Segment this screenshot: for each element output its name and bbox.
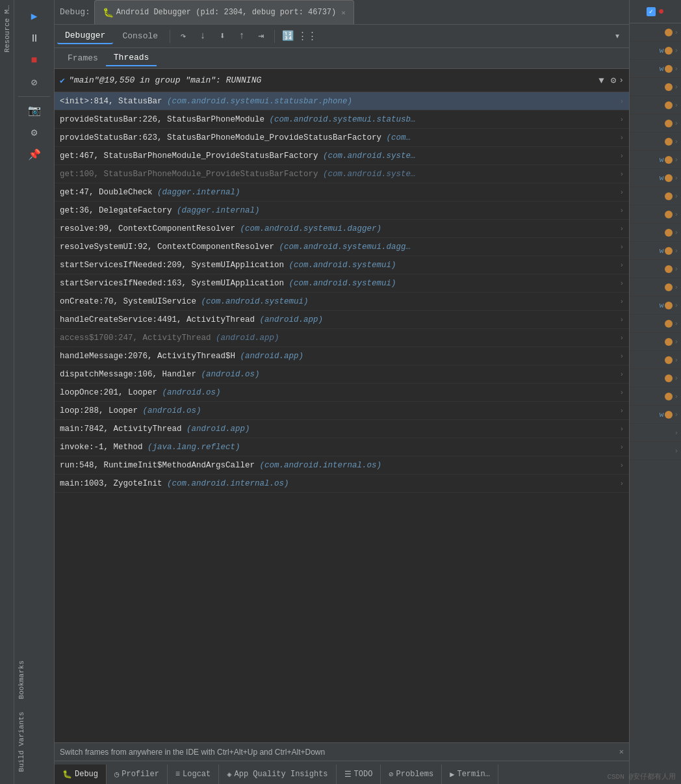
step-into-button[interactable]: ↓ xyxy=(194,27,212,46)
frames-tab[interactable]: Frames xyxy=(60,51,106,66)
item-arrow[interactable]: › xyxy=(674,374,678,382)
run-to-cursor-button[interactable]: ⇥ xyxy=(252,27,270,46)
frame-expand-icon[interactable]: › xyxy=(619,98,624,105)
frame-expand-icon[interactable]: › xyxy=(619,152,624,160)
frame-expand-icon[interactable]: › xyxy=(619,170,624,178)
frame-expand-icon[interactable]: › xyxy=(619,298,624,306)
frame-item[interactable]: handleMessage:2076, ActivityThread$H (an… xyxy=(55,347,629,365)
dropdown-button[interactable]: ▾ xyxy=(608,27,626,46)
frame-expand-icon[interactable]: › xyxy=(619,243,624,251)
status-close-button[interactable]: ✕ xyxy=(619,747,624,757)
close-tab-button[interactable]: ✕ xyxy=(341,8,346,17)
frame-expand-icon[interactable]: › xyxy=(619,189,624,196)
mute-button[interactable]: ⊘ xyxy=(25,73,44,92)
frame-expand-icon[interactable]: › xyxy=(619,116,624,124)
frame-expand-icon[interactable]: › xyxy=(619,425,624,433)
filter-icon[interactable]: ▼ xyxy=(598,75,604,86)
item-arrow[interactable]: › xyxy=(674,338,678,346)
pause-button[interactable]: ⏸ xyxy=(25,29,44,48)
item-arrow[interactable]: › xyxy=(674,83,678,91)
frame-expand-icon[interactable]: › xyxy=(619,261,624,269)
frame-item[interactable]: get:467, StatusBarPhoneModule_ProvideSta… xyxy=(55,147,629,165)
frame-expand-icon[interactable]: › xyxy=(619,443,624,451)
frame-expand-icon[interactable]: › xyxy=(619,334,624,342)
item-arrow[interactable]: › xyxy=(674,192,678,200)
bottom-tab-terminal[interactable]: ▶Termin… xyxy=(442,764,498,784)
frame-expand-icon[interactable]: › xyxy=(619,352,624,360)
more-options-button[interactable]: ⋮⋮ xyxy=(298,27,316,46)
frame-item[interactable]: loop:288, Looper (android.os)› xyxy=(55,402,629,420)
bottom-tab-problems[interactable]: ⊘Problems xyxy=(381,764,442,784)
settings-button[interactable]: ⚙ xyxy=(25,123,44,142)
item-arrow[interactable]: › xyxy=(674,393,678,400)
frame-item[interactable]: main:1003, ZygoteInit (com.android.inter… xyxy=(55,475,629,493)
thread-expand-button[interactable]: › xyxy=(619,75,624,85)
frame-item[interactable]: loopOnce:201, Looper (android.os)› xyxy=(55,384,629,402)
item-arrow[interactable]: › xyxy=(674,247,678,255)
item-arrow[interactable]: › xyxy=(674,211,678,218)
item-arrow[interactable]: › xyxy=(674,229,678,237)
threads-tab[interactable]: Threads xyxy=(106,50,157,66)
item-arrow[interactable]: › xyxy=(674,156,678,164)
item-arrow[interactable]: › xyxy=(674,411,678,419)
build-variants-sidebar-label[interactable]: Build Variants xyxy=(14,712,29,771)
resource-monitor-label[interactable]: Resource M… xyxy=(2,0,12,58)
frame-item[interactable]: get:100, StatusBarPhoneModule_ProvideSta… xyxy=(55,165,629,183)
frame-item[interactable]: provideStatusBar:226, StatusBarPhoneModu… xyxy=(55,111,629,129)
frame-item[interactable]: <init>:814, StatusBar (com.android.syste… xyxy=(55,92,629,111)
item-arrow[interactable]: › xyxy=(674,29,678,36)
debugger-tab-button[interactable]: Debugger xyxy=(57,28,113,44)
frame-item[interactable]: provideStatusBar:623, StatusBarPhoneModu… xyxy=(55,129,629,147)
frame-item[interactable]: access$1700:247, ActivityThread (android… xyxy=(55,329,629,347)
frame-item[interactable]: get:47, DoubleCheck (dagger.internal)› xyxy=(55,183,629,202)
screenshot-button[interactable]: 📷 xyxy=(25,101,44,120)
frame-item[interactable]: invoke:-1, Method (java.lang.reflect)› xyxy=(55,438,629,456)
frame-item[interactable]: startServicesIfNeeded:209, SystemUIAppli… xyxy=(55,256,629,274)
frame-item[interactable]: get:36, DelegateFactory (dagger.internal… xyxy=(55,202,629,220)
frame-item[interactable]: onCreate:70, SystemUIService (com.androi… xyxy=(55,293,629,311)
frame-item[interactable]: run:548, RuntimeInit$MethodAndArgsCaller… xyxy=(55,456,629,475)
step-over-button[interactable]: ↷ xyxy=(174,27,192,46)
item-arrow[interactable]: › xyxy=(674,174,678,182)
bottom-tab-profiler[interactable]: ◷Profiler xyxy=(107,764,168,784)
frame-expand-icon[interactable]: › xyxy=(619,462,624,469)
frame-item[interactable]: startServicesIfNeeded:163, SystemUIAppli… xyxy=(55,274,629,293)
stop-button[interactable]: ■ xyxy=(25,51,44,70)
frame-expand-icon[interactable]: › xyxy=(619,134,624,142)
item-arrow[interactable]: › xyxy=(674,120,678,127)
frame-expand-icon[interactable]: › xyxy=(619,225,624,233)
resume-button[interactable]: ▶ xyxy=(25,7,44,26)
frame-expand-icon[interactable]: › xyxy=(619,480,624,488)
item-arrow[interactable]: › xyxy=(674,447,678,455)
frame-expand-icon[interactable]: › xyxy=(619,371,624,378)
frame-expand-icon[interactable]: › xyxy=(619,389,624,397)
bottom-tab-todo[interactable]: ☰TODO xyxy=(337,764,381,784)
thread-settings-icon[interactable]: ⚙ xyxy=(611,75,616,86)
bookmarks-sidebar-label[interactable]: Bookmarks xyxy=(14,654,29,706)
frame-expand-icon[interactable]: › xyxy=(619,407,624,415)
item-arrow[interactable]: › xyxy=(674,65,678,73)
evaluate-button[interactable]: 🔢 xyxy=(279,27,297,46)
frame-item[interactable]: handleCreateService:4491, ActivityThread… xyxy=(55,311,629,329)
force-step-into-button[interactable]: ⬇ xyxy=(213,27,231,46)
item-arrow[interactable]: › xyxy=(674,429,678,437)
item-arrow[interactable]: › xyxy=(674,47,678,55)
item-arrow[interactable]: › xyxy=(674,138,678,146)
console-tab-button[interactable]: Console xyxy=(114,29,166,44)
frame-expand-icon[interactable]: › xyxy=(619,316,624,324)
frame-item[interactable]: main:7842, ActivityThread (android.app)› xyxy=(55,420,629,438)
checkbox-1[interactable]: ✓ xyxy=(647,7,656,16)
item-arrow[interactable]: › xyxy=(674,283,678,291)
bottom-tab-app-quality[interactable]: ◈App Quality Insights xyxy=(219,764,336,784)
frame-item[interactable]: resolve:99, ContextComponentResolver (co… xyxy=(55,220,629,238)
frame-expand-icon[interactable]: › xyxy=(619,280,624,287)
pin-button[interactable]: 📌 xyxy=(25,145,44,164)
bottom-tab-debug[interactable]: 🐛Debug xyxy=(55,764,107,784)
item-arrow[interactable]: › xyxy=(674,356,678,364)
item-arrow[interactable]: › xyxy=(674,101,678,109)
frame-expand-icon[interactable]: › xyxy=(619,207,624,215)
android-debugger-tab[interactable]: 🐛 Android Debugger (pid: 2304, debug por… xyxy=(94,0,354,24)
item-arrow[interactable]: › xyxy=(674,302,678,309)
step-out-button[interactable]: ↑ xyxy=(233,27,251,46)
item-arrow[interactable]: › xyxy=(674,320,678,328)
